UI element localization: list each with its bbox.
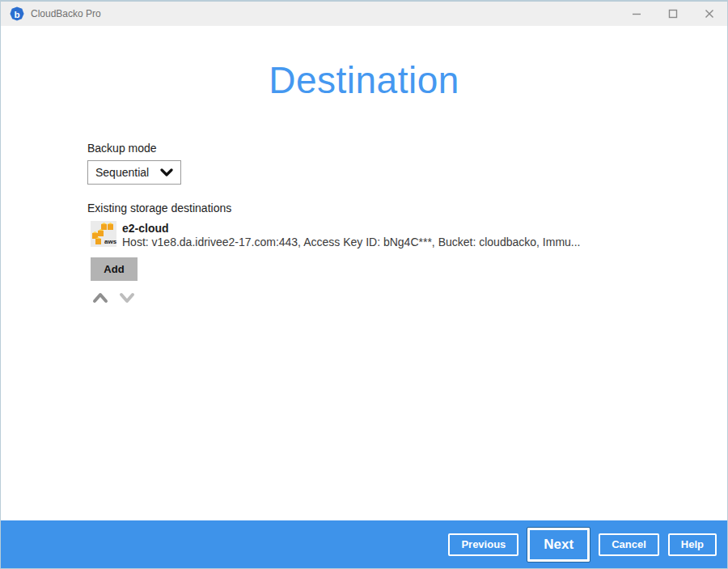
chevron-up-icon[interactable] bbox=[92, 292, 108, 304]
maximize-icon[interactable] bbox=[654, 2, 691, 26]
backup-mode-select[interactable]: Sequential bbox=[87, 160, 181, 185]
backup-mode-label: Backup mode bbox=[87, 142, 157, 155]
close-icon[interactable] bbox=[691, 2, 727, 26]
app-window: b CloudBacko Pro Destination Backup mode… bbox=[0, 0, 728, 569]
help-button[interactable]: Help bbox=[668, 533, 717, 556]
aws-s3-icon: aws bbox=[91, 221, 116, 247]
destination-text: e2-cloud Host: v1e8.da.idrivee2-17.com:4… bbox=[122, 221, 581, 249]
cloudbacko-logo: b bbox=[10, 6, 24, 21]
footer-bar: Previous Next Cancel Help bbox=[1, 520, 727, 568]
cancel-button[interactable]: Cancel bbox=[599, 533, 659, 556]
existing-destinations-label: Existing storage destinations bbox=[87, 202, 231, 214]
svg-text:aws: aws bbox=[104, 238, 116, 245]
destination-details: Host: v1e8.da.idrivee2-17.com:443, Acces… bbox=[122, 236, 581, 249]
svg-text:b: b bbox=[14, 9, 19, 19]
previous-button[interactable]: Previous bbox=[448, 533, 518, 556]
backup-mode-value: Sequential bbox=[95, 166, 160, 179]
add-button[interactable]: Add bbox=[91, 257, 138, 281]
reorder-controls bbox=[92, 292, 135, 304]
window-title: CloudBacko Pro bbox=[31, 8, 101, 19]
chevron-down-icon[interactable] bbox=[119, 292, 135, 304]
minimize-icon[interactable] bbox=[618, 2, 654, 26]
page-title: Destination bbox=[1, 58, 727, 102]
titlebar: b CloudBacko Pro bbox=[1, 2, 727, 26]
destination-name: e2-cloud bbox=[122, 222, 581, 236]
window-controls bbox=[618, 2, 727, 26]
chevron-down-icon bbox=[160, 168, 173, 176]
next-button[interactable]: Next bbox=[527, 528, 590, 562]
list-item[interactable]: aws e2-cloud Host: v1e8.da.idrivee2-17.c… bbox=[91, 221, 581, 249]
